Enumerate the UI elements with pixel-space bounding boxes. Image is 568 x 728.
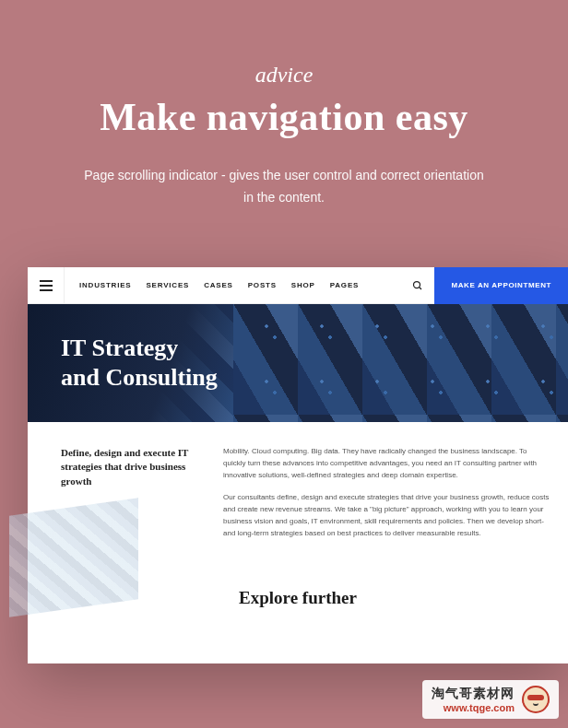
banner-geometric <box>233 304 568 422</box>
content-right: Mobility. Cloud computing. Big data. The… <box>223 446 551 551</box>
website-preview: INDUSTRIES SERVICES CASES POSTS SHOP PAG… <box>28 267 568 663</box>
eyebrow-text: advice <box>37 63 531 88</box>
hero-banner: IT Strategyand Consulting <box>28 304 568 422</box>
decorative-pattern <box>9 498 138 617</box>
svg-line-1 <box>420 287 422 289</box>
nav-shop[interactable]: SHOP <box>291 281 315 289</box>
content-para-1: Mobility. Cloud computing. Big data. The… <box>223 446 551 481</box>
nav-cases[interactable]: CASES <box>204 281 233 289</box>
watermark-url: www.tqge.com <box>432 702 515 713</box>
watermark-logo-icon <box>522 686 550 713</box>
content-subheading: Define, design and execute IT strategies… <box>61 446 197 488</box>
nav-industries[interactable]: INDUSTRIES <box>79 281 131 289</box>
nav-pages[interactable]: PAGES <box>330 281 359 289</box>
subhead-text: Page scrolling indicator - gives the use… <box>81 165 487 209</box>
appointment-button[interactable]: MAKE AN APPOINTMENT <box>434 267 568 304</box>
nav-posts[interactable]: POSTS <box>248 281 277 289</box>
menu-icon[interactable] <box>28 267 65 304</box>
nav-services[interactable]: SERVICES <box>146 281 189 289</box>
search-icon[interactable] <box>401 280 434 291</box>
nav-links: INDUSTRIES SERVICES CASES POSTS SHOP PAG… <box>65 281 401 289</box>
headline-text: Make navigation easy <box>37 95 531 139</box>
navbar: INDUSTRIES SERVICES CASES POSTS SHOP PAG… <box>28 267 568 304</box>
watermark: 淘气哥素材网 www.tqge.com <box>422 680 559 719</box>
watermark-name: 淘气哥素材网 <box>432 686 515 702</box>
content-section: Define, design and execute IT strategies… <box>28 422 568 571</box>
content-para-2: Our consultants define, design and execu… <box>223 492 551 539</box>
svg-point-0 <box>414 281 420 288</box>
banner-title: IT Strategyand Consulting <box>28 334 218 393</box>
